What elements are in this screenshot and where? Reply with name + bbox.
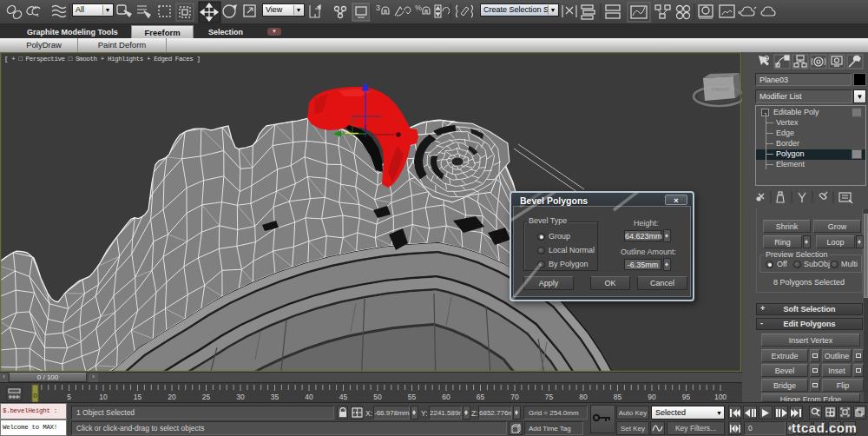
svg-text:30: 30 <box>236 393 245 401</box>
svg-text:60: 60 <box>442 393 450 401</box>
svg-text:80: 80 <box>579 393 588 401</box>
svg-text:3: 3 <box>376 3 380 12</box>
svg-text:10: 10 <box>99 393 108 401</box>
svg-text:75: 75 <box>545 393 554 401</box>
svg-text:45: 45 <box>339 393 348 401</box>
svg-text:15: 15 <box>134 393 142 401</box>
svg-text:70: 70 <box>510 393 519 401</box>
svg-text:90: 90 <box>648 393 656 401</box>
svg-text:20: 20 <box>168 393 176 401</box>
svg-text:85: 85 <box>614 393 622 401</box>
svg-text:95: 95 <box>682 393 691 401</box>
svg-text:35: 35 <box>271 393 279 401</box>
svg-text:55: 55 <box>408 393 417 401</box>
svg-text:25: 25 <box>202 393 211 401</box>
svg-text:40: 40 <box>305 393 313 401</box>
svg-text:100: 100 <box>714 393 727 401</box>
svg-text:0: 0 <box>33 392 37 400</box>
svg-text:65: 65 <box>477 393 485 401</box>
svg-text:FRONT: FRONT <box>712 87 730 92</box>
svg-text:5: 5 <box>67 393 71 401</box>
svg-text:%: % <box>415 3 422 12</box>
svg-text:50: 50 <box>373 393 382 401</box>
